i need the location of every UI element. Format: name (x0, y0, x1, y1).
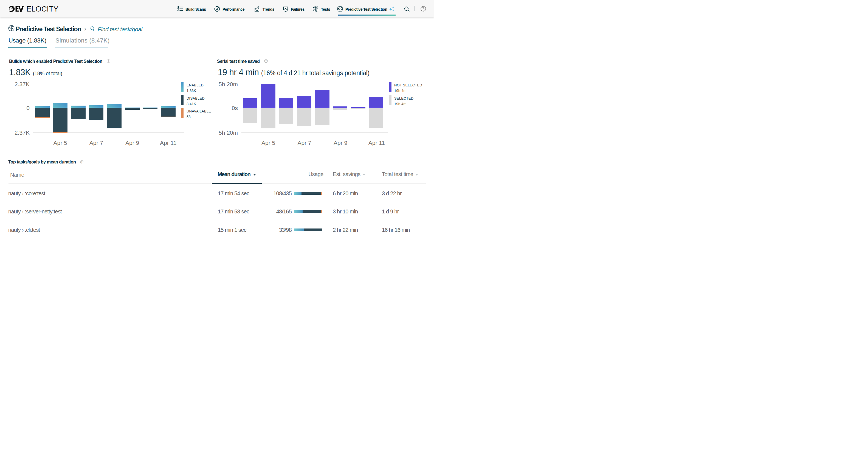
svg-text:?: ? (108, 60, 109, 62)
svg-text:?: ? (81, 161, 83, 163)
svg-text:?: ? (265, 60, 267, 62)
svg-text:ELOCITY: ELOCITY (26, 6, 58, 12)
